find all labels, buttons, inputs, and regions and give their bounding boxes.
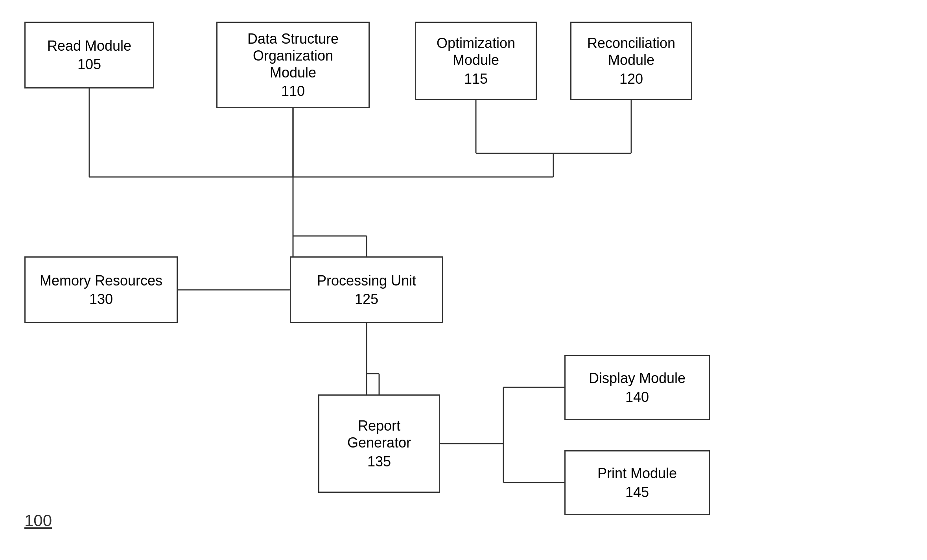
report-generator-number: 135 (367, 453, 391, 470)
memory-resources-box: Memory Resources 130 (24, 256, 178, 323)
report-generator-box: ReportGenerator 135 (318, 394, 440, 493)
optimization-number: 115 (464, 70, 488, 87)
display-module-number: 140 (625, 389, 649, 405)
processing-unit-number: 125 (355, 291, 378, 308)
print-module-label: Print Module (597, 465, 677, 482)
display-module-box: Display Module 140 (564, 355, 710, 420)
optimization-box: OptimizationModule 115 (415, 22, 537, 100)
read-module-label: Read Module (47, 37, 131, 54)
reconciliation-number: 120 (619, 70, 643, 87)
diagram-label: 100 (24, 511, 52, 530)
diagram: Read Module 105 Data StructureOrganizati… (0, 0, 927, 560)
display-module-label: Display Module (589, 370, 686, 387)
memory-resources-label: Memory Resources (40, 272, 162, 289)
report-generator-label: ReportGenerator (347, 417, 411, 451)
print-module-number: 145 (625, 484, 649, 501)
memory-resources-number: 130 (89, 291, 113, 308)
reconciliation-box: ReconciliationModule 120 (570, 22, 692, 100)
reconciliation-label: ReconciliationModule (587, 35, 675, 68)
processing-unit-box: Processing Unit 125 (290, 256, 443, 323)
processing-unit-label: Processing Unit (317, 272, 416, 289)
data-structure-label: Data StructureOrganizationModule (247, 30, 339, 81)
print-module-box: Print Module 145 (564, 450, 710, 515)
optimization-label: OptimizationModule (437, 35, 515, 68)
data-structure-box: Data StructureOrganizationModule 110 (216, 22, 370, 108)
read-module-number: 105 (77, 56, 101, 73)
data-structure-number: 110 (281, 83, 305, 99)
read-module-box: Read Module 105 (24, 22, 154, 88)
